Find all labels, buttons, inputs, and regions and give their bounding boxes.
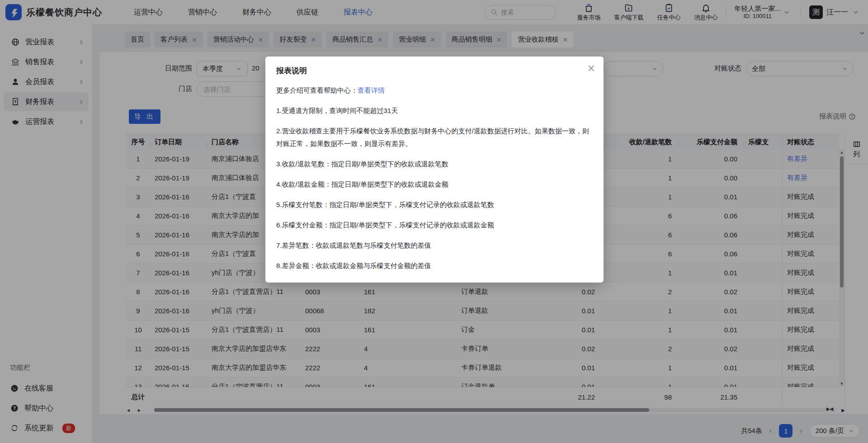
report-description-modal: 报表说明 ✕ 更多介绍可查看帮助中心：查看详情 1.受通道方限制，查询时间不能超… [265,57,604,283]
modal-item: 3.收款/退款笔数：指定日期/单据类型下的收款或退款笔数 [276,158,593,170]
view-details-link[interactable]: 查看详情 [358,86,385,94]
modal-title: 报表说明 [276,66,593,76]
modal-item: 6.乐檬支付金额：指定日期/单据类型下，乐檬支付记录的收款或退款金额 [276,219,593,231]
modal-item: 8.差异金额：收款或退款金额与乐檬支付金额的差值 [276,259,593,272]
modal-items: 1.受通道方限制，查询时间不能超过31天2.营业收款稽查主要用于乐檬餐饮业务系统… [276,104,593,272]
modal-item: 2.营业收款稽查主要用于乐檬餐饮业务系统数据与财务中心的支付/退款数据进行对比。… [276,125,593,150]
close-icon[interactable]: ✕ [587,63,595,75]
modal-intro: 更多介绍可查看帮助中心：查看详情 [276,84,593,97]
modal-item: 7.差异笔数：收款或退款笔数与乐檬支付笔数的差值 [276,239,593,252]
modal-body: 更多介绍可查看帮助中心：查看详情 1.受通道方限制，查询时间不能超过31天2.营… [276,84,593,272]
modal-item: 4.收款/退款金额：指定日期/单据类型下的收款或退款金额 [276,178,593,191]
modal-intro-text: 更多介绍可查看帮助中心： [276,86,358,94]
modal-item: 5.乐檬支付笔数：指定日期/单据类型下，乐檬支付记录的收款或退款笔数 [276,198,593,211]
modal-item: 1.受通道方限制，查询时间不能超过31天 [276,104,593,117]
